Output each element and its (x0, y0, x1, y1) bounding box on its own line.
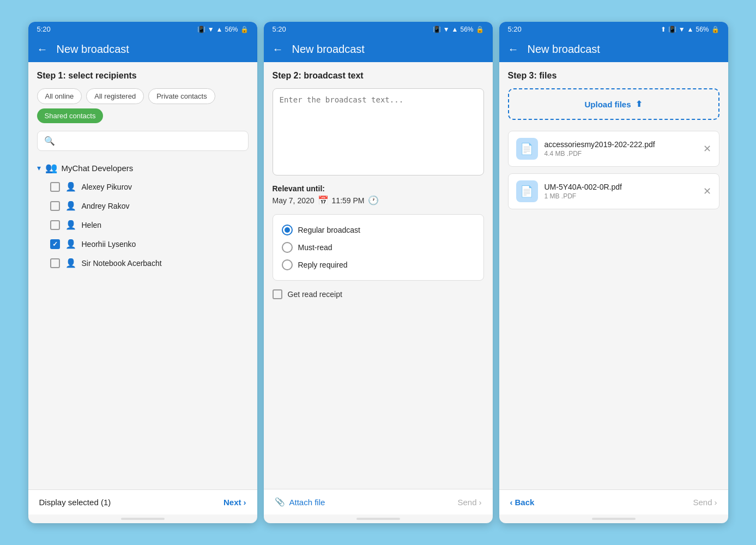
search-icon: 🔍 (44, 136, 55, 146)
radio-reply-required[interactable]: Reply required (282, 256, 475, 274)
checkbox-1[interactable] (50, 182, 60, 192)
file-info-2: UM-5Y40A-002-0R.pdf 1 MB .PDF (545, 183, 697, 200)
file-meta-2: 1 MB .PDF (545, 192, 697, 200)
content-1: Step 1: select recipients All online All… (28, 62, 257, 489)
close-file-1[interactable]: ✕ (703, 143, 711, 155)
checkbox-4[interactable] (50, 239, 60, 249)
radio-regular[interactable]: Regular broadcast (282, 221, 475, 239)
radio-must-read[interactable]: Must-read (282, 239, 475, 256)
broadcast-textarea[interactable] (273, 88, 484, 175)
close-file-2[interactable]: ✕ (703, 185, 711, 197)
time-text: 11:59 PM (332, 196, 365, 205)
person-icon-4: 👤 (65, 239, 76, 249)
next-arrow-icon: › (244, 498, 246, 507)
battery-1: 56% (225, 26, 238, 33)
attach-file-button[interactable]: 📎 Attach file (275, 497, 325, 507)
battery-icon-3: 🔒 (711, 26, 719, 33)
person-icon-5: 👤 (65, 258, 76, 268)
paperclip-icon: 📎 (275, 497, 285, 507)
top-bar-3: ← New broadcast (499, 37, 728, 62)
display-selected: Display selected (1) (39, 498, 111, 507)
back-button-3[interactable]: ‹ Back (510, 498, 535, 507)
contact-name-2: Andrey Rakov (82, 202, 130, 210)
title-3: New broadcast (528, 43, 600, 56)
bottom-bar-2: 📎 Attach file Send › (264, 489, 493, 514)
read-receipt-checkbox[interactable] (273, 289, 282, 299)
send-button-2[interactable]: Send › (457, 498, 481, 507)
chip-all-registered[interactable]: All registered (86, 88, 144, 104)
next-label: Next (223, 498, 241, 507)
send-button-3[interactable]: Send › (693, 498, 717, 507)
checkbox-3[interactable] (50, 220, 60, 230)
title-1: New broadcast (57, 43, 129, 56)
person-icon-3: 👤 (65, 220, 76, 230)
signal-icon: ▲ (216, 26, 223, 33)
time-1: 5:20 (37, 25, 51, 33)
file-item-2: 📄 UM-5Y40A-002-0R.pdf 1 MB .PDF ✕ (508, 173, 719, 209)
group-icon: 👥 (45, 162, 57, 174)
back-arrow-2[interactable]: ← (273, 43, 283, 56)
broadcast-type-box: Regular broadcast Must-read Reply requir… (273, 214, 484, 281)
wifi-icon-2: ▼ (443, 26, 450, 33)
file-name-2: UM-5Y40A-002-0R.pdf (545, 183, 697, 191)
status-bar-3: 5:20 ⬆ 📳 ▼ ▲ 56% 🔒 (499, 22, 728, 37)
clock-icon[interactable]: 🕐 (368, 195, 379, 205)
back-arrow-1[interactable]: ← (37, 43, 48, 56)
send-arrow-icon-2: › (479, 498, 482, 507)
chip-shared-contacts[interactable]: Shared contacts (37, 108, 104, 123)
next-button[interactable]: Next › (223, 498, 246, 507)
read-receipt-label: Get read receipt (288, 290, 342, 299)
chevron-icon: ▾ (37, 164, 41, 172)
vibrate-icon: 📳 (197, 26, 205, 33)
file-meta-1: 4.4 MB .PDF (545, 150, 697, 158)
file-icon-2: 📄 (516, 180, 538, 202)
contact-name-5: Sir Notebook Acerbacht (82, 259, 162, 268)
radio-inner-regular (285, 227, 290, 233)
send-arrow-icon-3: › (715, 498, 717, 507)
calendar-icon[interactable]: 📅 (318, 195, 329, 205)
checkbox-2[interactable] (50, 201, 60, 211)
attach-file-label: Attach file (289, 498, 325, 507)
relevant-section: Relevant until: May 7, 2020 📅 11:59 PM 🕐 (273, 184, 484, 205)
radio-label-must-read: Must-read (298, 243, 332, 252)
upload-area[interactable]: Upload files ⬆ (508, 88, 719, 120)
vibrate-icon-2: 📳 (433, 26, 441, 33)
status-icons-2: 📳 ▼ ▲ 56% 🔒 (433, 26, 484, 33)
scrollbar-hint-2 (356, 518, 400, 520)
send-label-3: Send (693, 498, 712, 507)
back-label: Back (515, 498, 535, 507)
content-2: Step 2: broadcast text Relevant until: M… (264, 62, 493, 489)
contact-name-1: Alexey Pikurov (82, 183, 132, 191)
back-arrow-3[interactable]: ← (508, 43, 519, 56)
status-bar-1: 5:20 📳 ▼ ▲ 56% 🔒 (28, 22, 257, 37)
signal-icon-3: ▲ (687, 26, 694, 33)
step-title-1: Step 1: select recipients (37, 71, 249, 81)
wifi-icon: ▼ (208, 26, 214, 33)
chip-all-online[interactable]: All online (37, 88, 82, 104)
date-text: May 7, 2020 (273, 196, 315, 205)
chip-private-contacts[interactable]: Private contacts (148, 88, 215, 104)
scrollbar-hint-1 (121, 518, 165, 520)
step-title-2: Step 2: broadcast text (273, 71, 484, 81)
contact-2: 👤 Andrey Rakov (37, 196, 249, 215)
bottom-bar-1: Display selected (1) Next › (28, 489, 257, 514)
checkbox-5[interactable] (50, 258, 60, 268)
battery-2: 56% (460, 26, 473, 33)
search-input[interactable] (59, 137, 241, 146)
upload-btn: Upload files ⬆ (519, 99, 709, 109)
screens-container: 5:20 📳 ▼ ▲ 56% 🔒 ← New broadcast Step 1:… (28, 22, 728, 523)
relevant-date-row: May 7, 2020 📅 11:59 PM 🕐 (273, 195, 484, 205)
radio-label-reply: Reply required (298, 261, 348, 269)
battery-icon-1: 🔒 (240, 26, 249, 33)
file-info-1: accessoriesmy2019-202-222.pdf 4.4 MB .PD… (545, 140, 697, 158)
top-bar-1: ← New broadcast (28, 37, 257, 62)
time-3: 5:20 (508, 25, 522, 33)
screen-2: 5:20 📳 ▼ ▲ 56% 🔒 ← New broadcast Step 2:… (264, 22, 493, 523)
upload-label: Upload files (584, 100, 631, 109)
signal-icon-2: ▲ (452, 26, 458, 33)
wifi-icon-3: ▼ (679, 26, 685, 33)
screen-1: 5:20 📳 ▼ ▲ 56% 🔒 ← New broadcast Step 1:… (28, 22, 257, 523)
file-item-1: 📄 accessoriesmy2019-202-222.pdf 4.4 MB .… (508, 131, 719, 167)
bottom-bar-3: ‹ Back Send › (499, 489, 728, 514)
contact-5: 👤 Sir Notebook Acerbacht (37, 253, 249, 272)
